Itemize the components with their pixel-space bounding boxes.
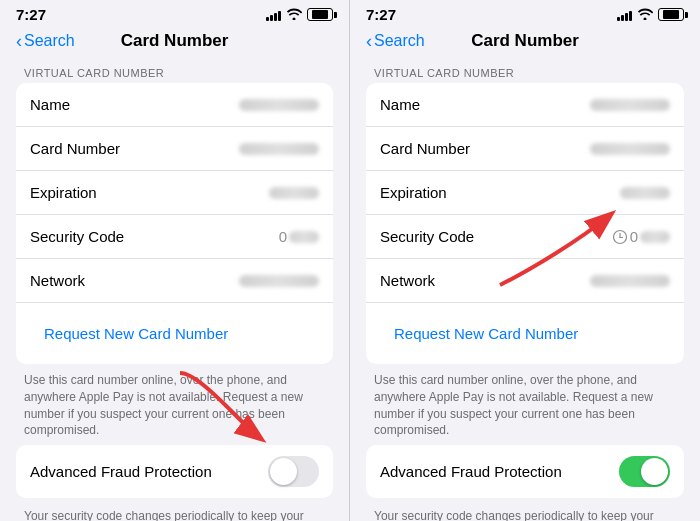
security-value-right: 0 <box>612 228 670 245</box>
security-blurred-right <box>640 231 670 243</box>
security-clock-icon <box>612 229 628 245</box>
security-row-right: Security Code 0 <box>366 215 684 259</box>
network-value-right <box>590 275 670 287</box>
bar4 <box>278 11 281 21</box>
rbar2 <box>621 15 624 21</box>
section-label-left: VIRTUAL CARD NUMBER <box>16 59 333 83</box>
status-icons-left <box>266 8 333 22</box>
nav-bar-right: ‹ Search Card Number <box>350 27 700 59</box>
section-label-right: VIRTUAL CARD NUMBER <box>366 59 684 83</box>
request-link-right[interactable]: Request New Card Number <box>380 314 592 353</box>
cardnum-row-left: Card Number <box>16 127 333 171</box>
card-left: Name Card Number Expiration <box>16 83 333 364</box>
toggle-card-left: Advanced Fraud Protection <box>16 445 333 498</box>
nav-bar-left: ‹ Search Card Number <box>0 27 349 59</box>
toggle-right[interactable] <box>619 456 670 487</box>
wifi-icon-right <box>637 8 653 22</box>
request-link-left[interactable]: Request New Card Number <box>30 314 242 353</box>
page-title-left: Card Number <box>121 31 229 51</box>
toggle-label-right: Advanced Fraud Protection <box>380 463 562 480</box>
battery-icon-right <box>658 8 684 21</box>
request-row-right[interactable]: Request New Card Number <box>366 303 684 364</box>
security-label-right: Security Code <box>380 228 474 245</box>
content-right: VIRTUAL CARD NUMBER Name Card Number Exp… <box>350 59 700 521</box>
name-row-left: Name <box>16 83 333 127</box>
toggle-knob-left <box>270 458 297 485</box>
status-bar-left: 7:27 <box>0 0 349 27</box>
toggle-left[interactable] <box>268 456 319 487</box>
name-blurred-left <box>239 99 319 111</box>
signal-icon-right <box>617 9 632 21</box>
right-panel: 7:27 ‹ Search Ca <box>350 0 700 521</box>
name-blurred-right <box>590 99 670 111</box>
battery-fill-left <box>312 10 327 19</box>
time-right: 7:27 <box>366 6 396 23</box>
bar2 <box>270 15 273 21</box>
network-row-right: Network <box>366 259 684 303</box>
bar3 <box>274 13 277 21</box>
time-left: 7:27 <box>16 6 46 23</box>
request-row-left[interactable]: Request New Card Number <box>16 303 333 364</box>
back-button-right[interactable]: ‹ Search <box>366 32 425 50</box>
rbar4 <box>629 11 632 21</box>
name-row-right: Name <box>366 83 684 127</box>
expiration-value-right <box>620 187 670 199</box>
network-blurred-right <box>590 275 670 287</box>
bar1 <box>266 17 269 21</box>
expiration-blurred-left <box>269 187 319 199</box>
wifi-icon-left <box>286 8 302 22</box>
battery-icon-left <box>307 8 333 21</box>
name-label-right: Name <box>380 96 420 113</box>
network-blurred-left <box>239 275 319 287</box>
description-left: Use this card number online, over the ph… <box>16 364 333 445</box>
network-row-left: Network <box>16 259 333 303</box>
network-value-left <box>239 275 319 287</box>
security-value-left: 0 <box>279 228 319 245</box>
expiration-label-left: Expiration <box>30 184 97 201</box>
expiration-value-left <box>269 187 319 199</box>
toggle-label-left: Advanced Fraud Protection <box>30 463 212 480</box>
expiration-blurred-right <box>620 187 670 199</box>
rbar1 <box>617 17 620 21</box>
footer-right: Your security code changes periodically … <box>366 504 684 521</box>
cardnum-value-left <box>239 143 319 155</box>
toggle-knob-right <box>641 458 668 485</box>
page-title-right: Card Number <box>471 31 579 51</box>
chevron-left-icon-left: ‹ <box>16 32 22 50</box>
toggle-card-right: Advanced Fraud Protection <box>366 445 684 498</box>
status-bar-right: 7:27 <box>350 0 700 27</box>
security-label-left: Security Code <box>30 228 124 245</box>
back-button-left[interactable]: ‹ Search <box>16 32 75 50</box>
battery-fill-right <box>663 10 678 19</box>
cardnum-label-right: Card Number <box>380 140 470 157</box>
security-blurred-left <box>289 231 319 243</box>
cardnum-row-right: Card Number <box>366 127 684 171</box>
name-value-left <box>239 99 319 111</box>
card-right: Name Card Number Expiration <box>366 83 684 364</box>
expiration-row-right: Expiration <box>366 171 684 215</box>
footer-left: Your security code changes periodically … <box>16 504 333 521</box>
security-code-text-right: 0 <box>630 228 638 245</box>
name-label-left: Name <box>30 96 70 113</box>
left-panel: 7:27 ‹ Search Ca <box>0 0 350 521</box>
name-value-right <box>590 99 670 111</box>
cardnum-value-right <box>590 143 670 155</box>
expiration-row-left: Expiration <box>16 171 333 215</box>
network-label-right: Network <box>380 272 435 289</box>
chevron-left-icon-right: ‹ <box>366 32 372 50</box>
back-label-left: Search <box>24 32 75 50</box>
cardnum-blurred-right <box>590 143 670 155</box>
description-right: Use this card number online, over the ph… <box>366 364 684 445</box>
cardnum-label-left: Card Number <box>30 140 120 157</box>
status-icons-right <box>617 8 684 22</box>
security-code-text-left: 0 <box>279 228 287 245</box>
rbar3 <box>625 13 628 21</box>
security-row-left: Security Code 0 <box>16 215 333 259</box>
content-left: VIRTUAL CARD NUMBER Name Card Number Exp… <box>0 59 349 521</box>
network-label-left: Network <box>30 272 85 289</box>
cardnum-blurred-left <box>239 143 319 155</box>
expiration-label-right: Expiration <box>380 184 447 201</box>
back-label-right: Search <box>374 32 425 50</box>
signal-icon-left <box>266 9 281 21</box>
